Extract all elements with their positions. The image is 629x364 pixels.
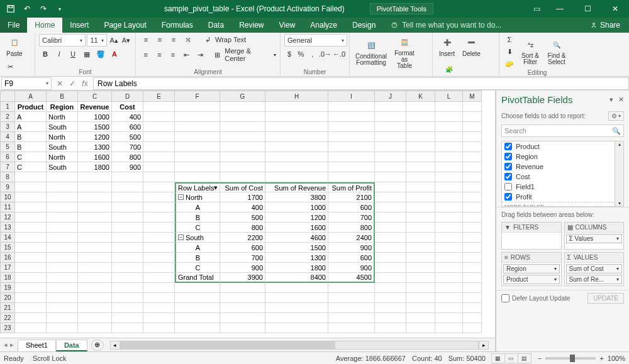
row-header[interactable]: 16	[0, 253, 15, 263]
cell[interactable]: 1200	[265, 212, 328, 223]
cell[interactable]: C	[175, 263, 220, 273]
cell[interactable]	[435, 212, 463, 223]
cell[interactable]: 700	[220, 253, 265, 263]
select-all-corner[interactable]	[0, 91, 15, 102]
tab-formulas[interactable]: Formulas	[154, 18, 201, 33]
cell[interactable]	[375, 303, 406, 313]
cell[interactable]	[375, 202, 406, 212]
border-button[interactable]: ▦	[81, 48, 93, 60]
cell[interactable]: Region	[47, 102, 78, 112]
cell[interactable]	[435, 253, 463, 263]
cell[interactable]	[435, 142, 463, 152]
cell[interactable]	[112, 283, 143, 293]
cell[interactable]	[435, 303, 463, 313]
tab-view[interactable]: View	[272, 18, 303, 33]
cell[interactable]	[112, 212, 143, 223]
area-pill[interactable]: Sum of Cost▾	[566, 264, 623, 273]
cell[interactable]	[220, 283, 265, 293]
cell[interactable]	[143, 112, 175, 122]
cell[interactable]	[175, 313, 220, 323]
cell[interactable]	[375, 243, 406, 253]
cell[interactable]: 1000	[265, 202, 328, 212]
cell[interactable]	[47, 233, 78, 243]
cell[interactable]	[463, 202, 482, 212]
cell[interactable]	[328, 283, 375, 293]
cell[interactable]	[328, 293, 375, 303]
pane-layout-button[interactable]: ⚙ ▾	[608, 111, 624, 121]
font-color-button[interactable]: A	[108, 48, 121, 60]
currency-icon[interactable]: $	[284, 48, 294, 60]
orientation-icon[interactable]: ⤭	[181, 34, 194, 45]
cell[interactable]	[143, 182, 175, 192]
cell[interactable]: Product	[15, 102, 47, 112]
cell[interactable]	[78, 172, 112, 182]
enter-formula-icon[interactable]: ✓	[67, 79, 78, 88]
cell[interactable]	[78, 263, 112, 273]
cell[interactable]: B	[15, 132, 47, 142]
cell[interactable]	[375, 112, 406, 122]
cell[interactable]	[47, 283, 78, 293]
cell[interactable]: Revenue	[78, 102, 112, 112]
cell[interactable]	[47, 223, 78, 233]
collapse-icon[interactable]: −	[178, 234, 184, 240]
col-header-G[interactable]: G	[220, 91, 265, 102]
cell[interactable]: 900	[328, 243, 375, 253]
cell[interactable]	[143, 172, 175, 182]
cell[interactable]: 600	[328, 202, 375, 212]
cell[interactable]: 400	[220, 202, 265, 212]
minimize-icon[interactable]: ―	[546, 0, 574, 18]
cell[interactable]	[375, 142, 406, 152]
cell[interactable]	[143, 212, 175, 223]
cell[interactable]	[375, 293, 406, 303]
more-tables[interactable]: MORE TABLES	[502, 202, 623, 207]
fill-color-button[interactable]: 🪣	[94, 48, 107, 60]
cell[interactable]	[15, 313, 47, 323]
cell[interactable]	[15, 192, 47, 202]
cell[interactable]	[406, 122, 435, 132]
cell[interactable]	[406, 263, 435, 273]
cell[interactable]	[265, 112, 328, 122]
cell[interactable]	[406, 142, 435, 152]
cell[interactable]	[220, 112, 265, 122]
cell[interactable]	[78, 303, 112, 313]
field-item[interactable]: Profit	[502, 192, 623, 202]
cell[interactable]	[328, 172, 375, 182]
row-header[interactable]: 23	[0, 323, 15, 333]
cell[interactable]	[47, 263, 78, 273]
cell[interactable]	[463, 162, 482, 172]
cell[interactable]	[406, 223, 435, 233]
cell[interactable]	[112, 273, 143, 283]
row-header[interactable]: 18	[0, 273, 15, 283]
col-header-E[interactable]: E	[143, 91, 175, 102]
cell[interactable]: B	[15, 142, 47, 152]
cell[interactable]: 2400	[328, 233, 375, 243]
cell[interactable]: Row Labels▾	[175, 182, 220, 192]
cell[interactable]	[143, 162, 175, 172]
cell[interactable]	[220, 102, 265, 112]
fill-icon[interactable]: ⬇	[503, 46, 516, 57]
cell[interactable]	[463, 172, 482, 182]
cell[interactable]	[463, 313, 482, 323]
cell[interactable]	[375, 283, 406, 293]
cell[interactable]	[435, 192, 463, 202]
area-values[interactable]: ΣVALUES Sum of Cost▾Sum of Re...▾	[564, 252, 625, 286]
cell[interactable]	[406, 202, 435, 212]
increase-indent-icon[interactable]: ⇥	[194, 49, 206, 60]
col-header-K[interactable]: K	[406, 91, 435, 102]
cell[interactable]	[435, 112, 463, 122]
cell[interactable]: 600	[328, 253, 375, 263]
cell[interactable]: Grand Total	[175, 273, 220, 283]
cell[interactable]	[265, 313, 328, 323]
cell[interactable]	[15, 212, 47, 223]
cell[interactable]: 1300	[265, 253, 328, 263]
cell[interactable]	[265, 162, 328, 172]
area-rows[interactable]: ≡ROWS Region▾Product▾	[501, 252, 562, 286]
cell[interactable]	[406, 172, 435, 182]
shrink-font-icon[interactable]: A▾	[121, 35, 131, 46]
cell[interactable]	[220, 152, 265, 162]
cell[interactable]	[435, 102, 463, 112]
align-center-icon[interactable]: ≡	[153, 49, 166, 60]
cell[interactable]	[143, 152, 175, 162]
cell[interactable]: 800	[112, 152, 143, 162]
cell[interactable]	[435, 263, 463, 273]
